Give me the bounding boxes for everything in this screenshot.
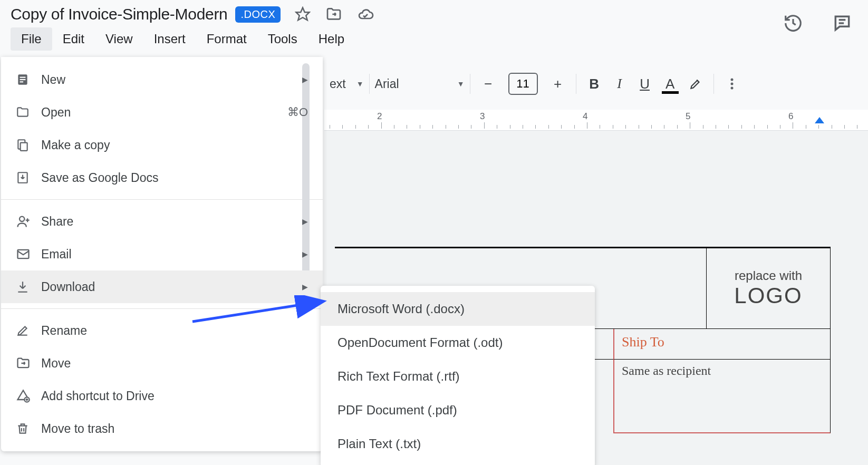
menu-share[interactable]: Share ▶ <box>1 205 323 238</box>
menu-edit[interactable]: Edit <box>52 27 95 51</box>
chevron-right-icon: ▶ <box>302 250 308 258</box>
menu-label: Open <box>41 105 287 120</box>
person-add-icon <box>16 214 41 229</box>
submenu-rtf[interactable]: Rich Text Format (.rtf) <box>321 360 595 393</box>
chevron-right-icon: ▶ <box>302 75 308 84</box>
drive-shortcut-icon <box>16 389 41 403</box>
menu-label: Move to trash <box>41 422 308 436</box>
italic-button[interactable]: I <box>607 76 632 92</box>
menu-label: Download <box>41 280 302 294</box>
ruler-label: 4 <box>583 111 587 122</box>
ruler[interactable]: 2 3 4 5 6 <box>324 110 868 131</box>
ruler-label: 5 <box>686 111 690 122</box>
download-arrow-icon <box>16 280 41 294</box>
underline-button[interactable]: U <box>632 76 658 92</box>
more-icon[interactable] <box>719 78 745 90</box>
chevron-down-icon[interactable]: ▼ <box>356 80 364 88</box>
move-folder-icon <box>16 356 41 371</box>
ruler-label: 2 <box>377 111 382 122</box>
download-icon <box>16 171 41 185</box>
menu-insert[interactable]: Insert <box>143 27 196 51</box>
bold-button[interactable]: B <box>582 76 607 92</box>
folder-icon <box>16 105 41 119</box>
ship-to-header[interactable]: Ship To <box>613 329 831 360</box>
svg-point-5 <box>730 87 733 90</box>
menu-rename[interactable]: Rename <box>1 314 323 347</box>
menu-download[interactable]: Download ▶ <box>1 270 323 303</box>
highlight-button[interactable] <box>683 77 708 91</box>
svg-rect-7 <box>20 77 26 78</box>
file-menu-popup: New ▶ Open ⌘O Make a copy Save as Google… <box>1 57 323 451</box>
svg-rect-10 <box>21 143 27 151</box>
paragraph-style-hint[interactable]: ext <box>330 77 346 91</box>
menu-new[interactable]: New ▶ <box>1 63 323 96</box>
chevron-down-icon[interactable]: ▼ <box>457 80 465 88</box>
email-icon <box>16 247 41 261</box>
svg-point-12 <box>20 217 24 221</box>
toolbar: ext ▼ Arial ▼ − 11 + B I U A <box>324 67 750 100</box>
menu-save-as-gdocs[interactable]: Save as Google Docs <box>1 161 323 194</box>
menu-email[interactable]: Email ▶ <box>1 238 323 270</box>
menu-label: Make a copy <box>41 138 308 152</box>
menu-label: New <box>41 73 302 87</box>
shortcut: ⌘O <box>287 105 308 119</box>
menu-label: Save as Google Docs <box>41 171 308 185</box>
menu-move-trash[interactable]: Move to trash <box>1 412 323 445</box>
download-submenu: Microsoft Word (.docx) OpenDocument Form… <box>321 286 595 465</box>
submenu-docx[interactable]: Microsoft Word (.docx) <box>321 292 595 326</box>
menu-view[interactable]: View <box>95 27 143 51</box>
menu-open[interactable]: Open ⌘O <box>1 96 323 129</box>
menu-help[interactable]: Help <box>308 27 355 51</box>
menu-tools[interactable]: Tools <box>257 27 308 51</box>
menu-make-copy[interactable]: Make a copy <box>1 129 323 161</box>
history-icon[interactable] <box>783 13 803 33</box>
increase-font-size[interactable]: + <box>545 76 571 92</box>
menu-label: Share <box>41 215 302 229</box>
font-size-input[interactable]: 11 <box>508 73 538 95</box>
doc-title[interactable]: Copy of Invoice-Simple-Modern <box>11 5 227 23</box>
file-icon <box>16 73 41 86</box>
ship-to-body[interactable]: Same as recipient <box>613 360 831 433</box>
menu-format[interactable]: Format <box>196 27 257 51</box>
menu-file[interactable]: File <box>11 27 52 51</box>
menu-add-shortcut[interactable]: Add shortcut to Drive <box>1 380 323 412</box>
chevron-right-icon: ▶ <box>302 283 308 291</box>
comments-icon[interactable] <box>832 13 852 33</box>
copy-icon <box>16 138 41 152</box>
svg-point-4 <box>730 83 733 85</box>
ruler-label: 3 <box>480 111 485 122</box>
indent-marker-icon[interactable] <box>815 117 824 123</box>
font-name[interactable]: Arial <box>375 77 399 91</box>
submenu-txt[interactable]: Plain Text (.txt) <box>321 427 595 461</box>
logo-placeholder[interactable]: replace with LOGO <box>706 248 831 329</box>
svg-rect-9 <box>20 81 24 82</box>
logo-line2: LOGO <box>734 283 802 308</box>
move-folder-icon[interactable] <box>325 6 342 23</box>
menu-label: Email <box>41 247 302 261</box>
submenu-pdf[interactable]: PDF Document (.pdf) <box>321 393 595 427</box>
menu-label: Move <box>41 356 308 371</box>
text-color-button[interactable]: A <box>658 76 683 92</box>
docx-badge: .DOCX <box>235 6 281 23</box>
menu-label: Add shortcut to Drive <box>41 389 308 403</box>
svg-marker-0 <box>296 8 310 21</box>
chevron-right-icon: ▶ <box>302 217 308 226</box>
submenu-odt[interactable]: OpenDocument Format (.odt) <box>321 326 595 360</box>
menu-label: Rename <box>41 324 308 338</box>
ruler-label: 6 <box>788 111 793 122</box>
cloud-status-icon[interactable] <box>357 6 374 23</box>
star-icon[interactable] <box>295 6 311 22</box>
pencil-icon <box>16 324 41 337</box>
svg-rect-8 <box>20 79 26 80</box>
svg-point-3 <box>730 79 733 81</box>
menu-move[interactable]: Move <box>1 347 323 380</box>
decrease-font-size[interactable]: − <box>476 76 501 92</box>
logo-line1: replace with <box>735 268 802 283</box>
menubar: File Edit View Insert Format Tools Help <box>11 27 857 51</box>
trash-icon <box>16 422 41 435</box>
